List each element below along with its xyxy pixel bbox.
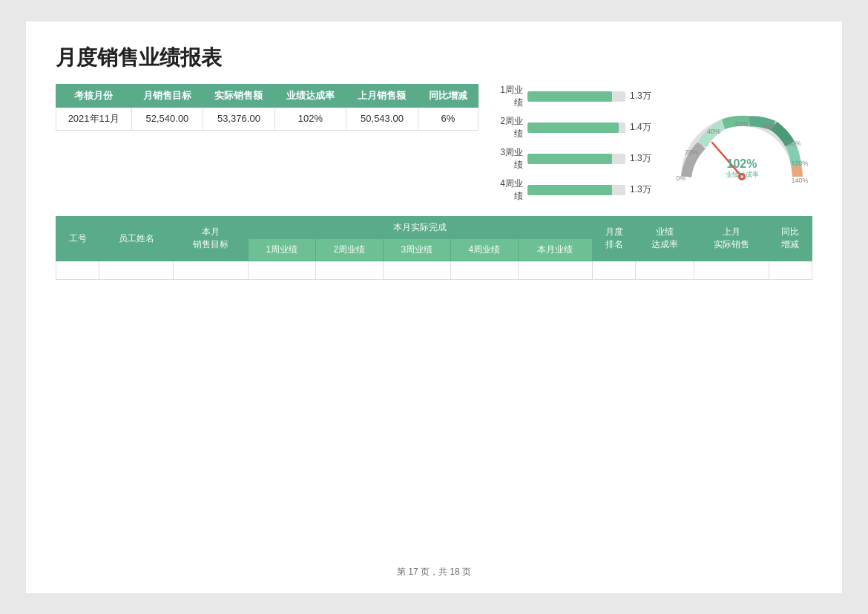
weekly-value: 1.3万 [630, 152, 657, 165]
th-achieve-rate: 业绩达成率 [636, 216, 694, 261]
col-month: 考核月份 [56, 84, 132, 107]
weekly-bar-bg [527, 185, 625, 195]
th-monthly-target: 本月销售目标 [174, 216, 248, 261]
weekly-label: 2周业绩 [493, 115, 523, 140]
th-week3: 3周业绩 [383, 238, 450, 261]
svg-text:业绩达成率: 业绩达成率 [726, 171, 759, 178]
page-footer: 第 17 页，共 18 页 [56, 558, 812, 578]
weekly-label: 1周业绩 [493, 84, 523, 109]
svg-text:102%: 102% [727, 157, 757, 170]
weekly-value: 1.3万 [630, 90, 657, 102]
col-rate: 业绩达成率 [274, 84, 346, 107]
th-yoy: 同比增减 [769, 216, 812, 261]
cell-actual: 53,376.00 [203, 107, 275, 130]
weekly-bar-bg [527, 123, 625, 133]
svg-text:20%: 20% [685, 148, 698, 156]
summary-table: 考核月份 月销售目标 实际销售额 业绩达成率 上月销售额 同比增减 2021年1… [56, 84, 479, 203]
page-number: 第 17 页，共 18 页 [397, 566, 471, 577]
col-target: 月销售目标 [131, 84, 203, 107]
weekly-value: 1.4万 [630, 121, 657, 134]
table-row [56, 261, 812, 279]
weekly-row: 3周业绩1.3万 [493, 146, 657, 172]
th-last-month: 上月实际销售 [694, 216, 769, 261]
th-week4: 4周业绩 [450, 238, 518, 261]
weekly-bar-bg [527, 154, 625, 164]
gauge-svg: 0% 20% 40% 60% 80% 100% 120% 140% 102% 业… [675, 102, 809, 184]
cell-target: 52,540.00 [131, 107, 203, 130]
col-yoy: 同比增减 [418, 84, 478, 107]
cell-yoy: 6% [418, 107, 478, 130]
page-title: 月度销售业绩报表 [56, 44, 812, 72]
th-monthly-actual: 本月实际完成 [248, 216, 592, 238]
th-week2: 2周业绩 [315, 238, 383, 261]
svg-text:120%: 120% [791, 160, 808, 167]
svg-text:80%: 80% [763, 123, 777, 130]
cell-month: 2021年11月 [56, 107, 132, 130]
weekly-bar-fill [527, 91, 612, 102]
th-name: 员工姓名 [99, 216, 174, 261]
th-rank: 月度排名 [593, 216, 636, 261]
weekly-row: 1周业绩1.3万 [493, 84, 657, 109]
th-week1: 1周业绩 [248, 238, 315, 261]
main-table: 工号 员工姓名 本月销售目标 本月实际完成 月度排名 业绩达成率 上月实际销售 … [56, 216, 812, 280]
weekly-bar-fill [527, 154, 612, 164]
svg-text:60%: 60% [735, 120, 749, 128]
top-section: 考核月份 月销售目标 实际销售额 业绩达成率 上月销售额 同比增减 2021年1… [56, 84, 812, 203]
weekly-label: 4周业绩 [493, 177, 523, 203]
svg-text:40%: 40% [707, 128, 720, 135]
col-last: 上月销售额 [346, 84, 418, 107]
gauge-container: 0% 20% 40% 60% 80% 100% 120% 140% 102% 业… [671, 84, 812, 203]
weekly-bar-fill [527, 185, 612, 195]
th-monthly-perf: 本月业绩 [518, 238, 592, 261]
weekly-bar-fill [527, 123, 619, 133]
weekly-bars: 1周业绩1.3万2周业绩1.4万3周业绩1.3万4周业绩1.3万 [493, 84, 657, 203]
summary-row: 2021年11月 52,540.00 53,376.00 102% 50,543… [56, 107, 479, 130]
page: 月度销售业绩报表 考核月份 月销售目标 实际销售额 业绩达成率 上月销售额 同比… [26, 22, 842, 593]
cell-rate: 102% [274, 107, 346, 130]
weekly-bar-bg [527, 91, 625, 102]
weekly-label: 3周业绩 [493, 146, 523, 172]
weekly-row: 2周业绩1.4万 [493, 115, 657, 140]
col-actual: 实际销售额 [203, 84, 275, 107]
cell-last: 50,543.00 [346, 107, 418, 130]
svg-text:140%: 140% [791, 177, 808, 184]
svg-text:0%: 0% [676, 174, 685, 182]
weekly-value: 1.3万 [630, 183, 657, 196]
weekly-row: 4周业绩1.3万 [493, 177, 657, 203]
svg-text:100%: 100% [783, 140, 800, 147]
main-table-wrap: 工号 员工姓名 本月销售目标 本月实际完成 月度排名 业绩达成率 上月实际销售 … [56, 216, 812, 558]
th-id: 工号 [56, 216, 99, 261]
